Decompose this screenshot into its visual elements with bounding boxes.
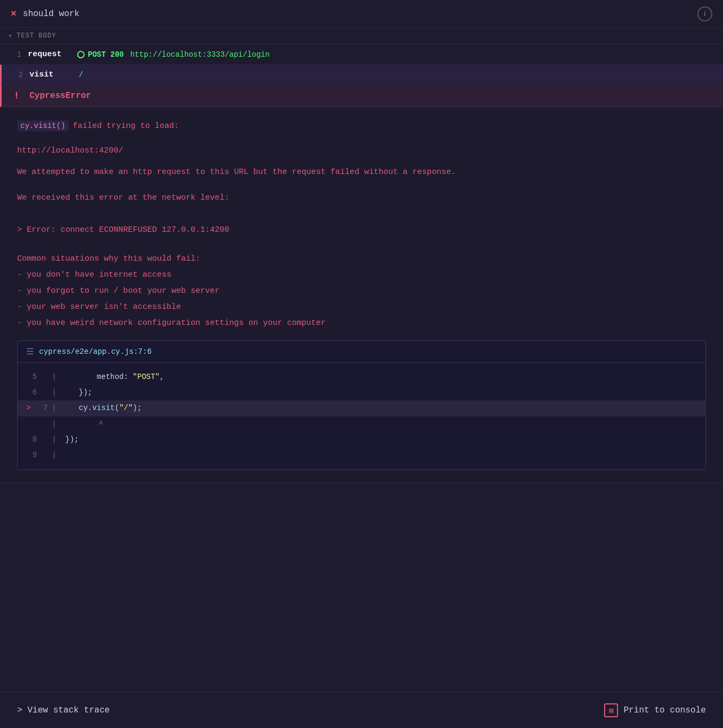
code-line-5: 5 | method: "POST", [18,369,705,385]
line-content: }); [61,386,92,399]
step-row-1[interactable]: 1 request POST 200 http://localhost:3333… [0,44,723,65]
error-label: CypressError [29,91,91,101]
line-arrow [41,449,48,462]
error-bullet1: - you don't have internet access [17,269,706,282]
source-box-header[interactable]: ☰ cypress/e2e/app.cy.js:7:6 [18,341,705,363]
close-icon[interactable]: × [11,9,17,19]
line-bar: | [52,449,56,462]
code-line-7: > 7 | cy.visit("/"); [18,400,705,416]
line-content: method: "POST", [61,370,164,384]
status-circle-icon [77,51,85,58]
file-icon: ☰ [26,346,34,357]
view-stack-trace-button[interactable]: > View stack trace [17,706,110,715]
line-arrow [41,386,48,399]
error-bullet2: - you forgot to run / boot your web serv… [17,285,706,298]
error-content: cy.visit() failed trying to load: http:/… [0,107,723,483]
error-bullet3: - your web server isn't accessible [17,301,706,314]
line-arrow-active: > [26,401,33,415]
line-content: }); [61,433,79,446]
error-bang-icon: ! [10,90,23,101]
print-icon: ▤ [604,703,618,717]
error-row: ! CypressError [0,85,723,107]
step-number-1: 1 [9,50,21,59]
line-num: 9 [26,449,37,462]
line-num: 6 [26,386,37,399]
error-bullet4: - you have weird network configuration s… [17,317,706,330]
step-row-2[interactable]: 2 visit / [0,65,723,85]
line-arrow [41,370,48,384]
source-box: ☰ cypress/e2e/app.cy.js:7:6 5 | method: … [17,340,706,470]
header: × should work i [0,0,723,28]
error-line2: We attempted to make an http request to … [17,166,706,179]
section-label-text: TEST BODY [17,32,56,40]
code-line-caret: | ^ [18,416,705,432]
main-container: × should work i ▾ TEST BODY 1 request PO… [0,0,723,728]
step-status-text: POST 200 [88,50,124,59]
test-title: should work [23,9,80,19]
section-label: ▾ TEST BODY [0,28,723,44]
line-num: 8 [26,433,37,446]
error-inline-code: cy.visit() [17,120,69,131]
step-detail-2: / [79,71,83,79]
line-bar: | [52,433,56,446]
error-first-line: cy.visit() failed trying to load: [17,120,706,136]
line-arrow [41,418,48,431]
step-status-1: POST 200 [77,50,124,59]
line-bar: | [52,418,56,431]
header-left: × should work [11,9,79,19]
line-content [61,449,65,462]
code-line-8: 8 | }); [18,432,705,448]
code-line-6: 6 | }); [18,385,705,400]
error-common-situations: Common situations why this would fail: [17,253,706,266]
step-number-2: 2 [10,71,23,79]
step-command-2: visit [29,70,72,79]
line-arrow [41,433,48,446]
view-stack-trace-label: > View stack trace [17,706,110,715]
line-num: 7 [37,401,48,415]
source-code: 5 | method: "POST", 6 | }); > 7 [18,363,705,469]
error-line1: failed trying to load: [73,120,179,133]
print-to-console-label: Print to console [623,706,706,715]
chevron-icon[interactable]: ▾ [9,33,12,39]
step-detail-1: http://localhost:3333/api/login [130,50,269,59]
line-num: 5 [26,370,37,384]
error-ref: > Error: connect ECONNREFUSED 127.0.0.1:… [17,224,706,237]
footer: > View stack trace ▤ Print to console [0,692,723,728]
line-caret: ^ [63,418,103,431]
info-icon[interactable]: i [697,6,712,21]
error-line3: We received this error at the network le… [17,192,706,204]
line-content: cy.visit("/"); [61,401,141,415]
print-to-console-button[interactable]: ▤ Print to console [604,703,706,717]
step-command-1: request [28,50,71,59]
line-bar: | [52,370,56,384]
source-file-link[interactable]: cypress/e2e/app.cy.js:7:6 [39,347,152,356]
error-url: http://localhost:4200/ [17,145,706,157]
line-bar: | [52,386,56,399]
line-bar: | [52,401,56,415]
line-num [26,418,37,431]
code-line-9: 9 | [18,448,705,463]
